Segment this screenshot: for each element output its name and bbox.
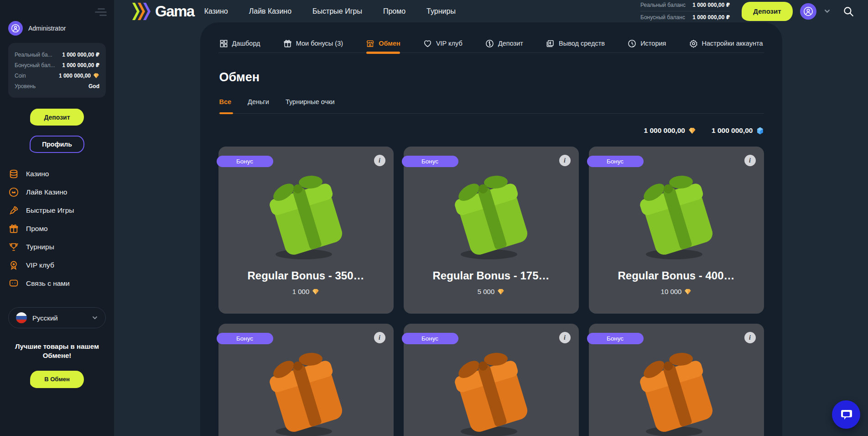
gift-box-image <box>258 168 354 266</box>
gift-box-image <box>258 345 354 436</box>
language-label: Русский <box>32 314 86 322</box>
sidebar-collapse-icon[interactable] <box>95 6 108 18</box>
tab-label: Депозит <box>498 40 523 47</box>
language-select[interactable]: Русский <box>8 307 106 328</box>
balance-label: Уровень <box>15 83 36 89</box>
top-header: Gama КазиноЛайв КазиноБыстрые ИгрыПромоТ… <box>114 0 868 22</box>
info-icon[interactable]: i <box>559 332 571 343</box>
gama-logo[interactable]: Gama <box>131 2 194 21</box>
tab-gift[interactable]: Мои бонусы (3) <box>283 34 343 53</box>
top-nav: КазиноЛайв КазиноБыстрые ИгрыПромоТурнир… <box>204 7 456 16</box>
nav-link[interactable]: Турниры <box>426 7 456 16</box>
heart-icon <box>423 39 432 48</box>
info-icon[interactable]: i <box>559 155 571 166</box>
balance-value: 1 000 000,00 ₽ <box>62 52 99 58</box>
tab-label: Обмен <box>379 40 400 47</box>
bonus-badge: Бонус <box>587 333 644 344</box>
vip-icon <box>8 260 19 271</box>
balance-value: 1 000 000,00 <box>59 73 99 79</box>
gama-logo-icon <box>131 2 152 21</box>
dashboard-icon <box>219 39 228 48</box>
balance-row: Бонусный бал... 1 000 000,00 ₽ <box>15 60 99 70</box>
bonus-card-title: Regular Bonus - 350… <box>247 269 364 282</box>
sidebar-item-label: Турниры <box>26 243 54 251</box>
tab-heart[interactable]: VIP клуб <box>423 34 463 53</box>
filter-tab[interactable]: Деньги <box>248 98 269 113</box>
account-chevron-down-icon[interactable] <box>824 8 831 15</box>
gift-image <box>443 168 539 266</box>
tab-label: Вывод средств <box>559 40 605 47</box>
tab-history[interactable]: История <box>628 34 666 53</box>
gift-image <box>443 345 539 436</box>
sidebar-shop-button[interactable]: В Обмен <box>30 371 84 388</box>
shop-balance: 1 000 000,00 <box>644 126 696 135</box>
bonus-badge: Бонус <box>587 156 644 167</box>
bonus-balance-value: 1 000 000,00 ₽ <box>692 14 730 21</box>
balance-label: Coin <box>15 73 26 79</box>
balance-row: Реальный ба... 1 000 000,00 ₽ <box>15 49 99 60</box>
gift-box-image <box>443 345 539 436</box>
header-balances: Реальный баланс 1 000 000,00 ₽ Бонусный … <box>640 0 730 22</box>
bonus-card-price: 1 000 <box>292 288 320 295</box>
bonus-badge: Бонус <box>402 156 458 167</box>
user-profile[interactable]: Administrator <box>8 21 106 36</box>
search-icon[interactable] <box>842 5 855 18</box>
info-icon[interactable]: i <box>744 332 756 343</box>
sidebar-item-label: Быстрые Игры <box>26 206 74 215</box>
sidebar-profile-button[interactable]: Профиль <box>30 136 84 153</box>
gift-image <box>258 168 354 266</box>
sidebar-item-vip[interactable]: VIP клуб <box>8 256 106 274</box>
tab-dashboard[interactable]: Дашборд <box>219 34 260 53</box>
shop-balances: 1 000 000,001 000 000,00 <box>218 126 764 135</box>
promo-icon <box>8 223 19 234</box>
tab-label: История <box>640 40 666 47</box>
gift-image <box>258 345 354 436</box>
sidebar-deposit-button[interactable]: Депозит <box>30 109 84 126</box>
sidebar-item-promo[interactable]: Промо <box>8 220 106 238</box>
sidebar-item-casino[interactable]: Казино <box>8 165 106 183</box>
bonus-card-title: Regular Bonus - 175… <box>432 269 549 282</box>
info-icon[interactable]: i <box>374 155 385 166</box>
tab-shop[interactable]: Обмен <box>366 34 400 53</box>
shop-balance: 1 000 000,00 <box>712 126 764 135</box>
sidebar-item-live-casino[interactable]: Лайв Казино <box>8 183 106 201</box>
bonus-card[interactable]: Бонус i <box>218 324 394 436</box>
filter-tab[interactable]: Турнирные очки <box>286 98 335 113</box>
nav-link[interactable]: Казино <box>204 7 228 16</box>
nav-link[interactable]: Промо <box>383 7 405 16</box>
bonus-card-price: 10 000 <box>661 288 692 295</box>
tab-coin[interactable]: Депозит <box>485 34 523 53</box>
bonus-card[interactable]: Бонус i Regular Bonus - 400… 10 000 <box>589 147 764 314</box>
tab-settings[interactable]: Настройки аккаунта <box>689 34 763 53</box>
sidebar-item-label: Промо <box>26 225 48 233</box>
balance-value: God <box>88 83 99 89</box>
user-avatar <box>8 21 23 36</box>
sidebar-item-fast-games[interactable]: Быстрые Игры <box>8 201 106 220</box>
contact-icon <box>8 278 19 289</box>
tab-label: VIP клуб <box>436 40 463 47</box>
account-panel: Дашборд Мои бонусы (3) Обмен VIP клуб Де… <box>200 22 782 436</box>
bonus-card[interactable]: Бонус i Regular Bonus - 350… 1 000 <box>218 147 394 314</box>
tab-withdraw[interactable]: Вывод средств <box>546 34 605 53</box>
info-icon[interactable]: i <box>374 332 385 343</box>
sidebar-balance-card: Реальный ба... 1 000 000,00 ₽ Бонусный б… <box>8 43 106 98</box>
real-balance-label: Реальный баланс <box>640 2 686 8</box>
info-icon[interactable]: i <box>744 155 756 166</box>
sidebar-item-label: Лайв Казино <box>26 188 67 196</box>
bonus-card[interactable]: Бонус i <box>404 324 579 436</box>
live-chat-button[interactable] <box>832 400 860 429</box>
sidebar-item-label: Связь с нами <box>26 279 70 288</box>
balance-row: Coin 1 000 000,00 <box>15 70 99 81</box>
divider <box>640 11 730 11</box>
filter-tab[interactable]: Все <box>219 98 232 113</box>
sidebar-item-contact[interactable]: Связь с нами <box>8 274 106 293</box>
bonus-card[interactable]: Бонус i Regular Bonus - 175… 5 000 <box>404 147 579 314</box>
account-avatar-button[interactable] <box>800 3 816 20</box>
nav-link[interactable]: Быстрые Игры <box>312 7 362 16</box>
header-deposit-button[interactable]: Депозит <box>742 2 793 21</box>
sidebar-item-tournaments[interactable]: Турниры <box>8 238 106 256</box>
fast-games-icon <box>8 205 19 216</box>
nav-link[interactable]: Лайв Казино <box>249 7 291 16</box>
bonus-card[interactable]: Бонус i <box>589 324 764 436</box>
gift-box-image <box>629 345 724 436</box>
